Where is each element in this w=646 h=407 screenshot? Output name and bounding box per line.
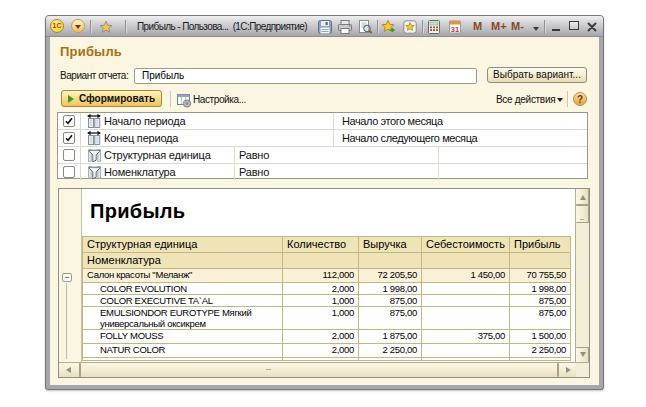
svg-text:31: 31	[451, 25, 459, 34]
